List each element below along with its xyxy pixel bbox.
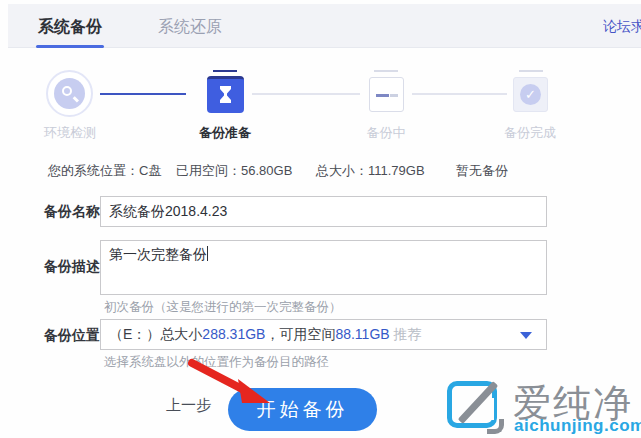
backup-complete-step-icon: ✓ — [513, 77, 548, 112]
location-recommended-tag: 推荐 — [390, 326, 422, 342]
forum-help-link[interactable]: 论坛求助 — [603, 18, 641, 36]
backup-prepare-step-icon — [207, 76, 244, 113]
step-connector-todo — [252, 93, 360, 95]
backup-desc-textarea[interactable]: 第一次完整备份 — [100, 240, 547, 295]
used-space-text: 已用空间：56.80GB — [176, 162, 292, 180]
step4-top-dash — [519, 70, 543, 72]
start-backup-button[interactable]: 开始备份 — [228, 388, 377, 431]
dropdown-arrow-icon[interactable] — [520, 332, 532, 339]
backup-desc-value: 第一次完整备份 — [109, 246, 207, 262]
backup-location-select[interactable]: （E：）总大小288.31GB，可用空间88.11GB 推荐 — [100, 319, 547, 350]
progress-bar-icon — [376, 94, 389, 97]
tab-system-backup[interactable]: 系统备份 — [38, 17, 102, 38]
location-free-space: 88.11GB — [335, 326, 389, 342]
step-connector-todo — [412, 93, 507, 95]
magnifier-circle-icon — [54, 78, 85, 109]
step2-top-dash — [213, 70, 237, 72]
location-middle-text: ，可用空间 — [265, 326, 335, 342]
step-label-environment-check: 环境检测 — [25, 124, 115, 142]
backup-name-input[interactable] — [100, 196, 547, 227]
watermark-site-url: aichunjing.com — [514, 416, 641, 436]
environment-check-step-icon — [46, 70, 93, 117]
hourglass-icon — [207, 79, 244, 113]
text-cursor — [207, 246, 208, 261]
backup-location-hint: 选择系统盘以外的位置作为备份目的路径 — [104, 354, 329, 371]
step-label-backup-prepare: 备份准备 — [180, 124, 270, 142]
backup-desc-hint: 初次备份（这是您进行的第一次完整备份） — [104, 299, 342, 316]
location-total-size: 288.31GB — [202, 326, 265, 342]
step-connector-done — [100, 93, 186, 95]
step-label-backup-complete: 备份完成 — [485, 124, 575, 142]
aichunjing-logo-icon — [447, 379, 501, 431]
backing-up-step-icon — [369, 77, 404, 112]
check-circle-icon: ✓ — [520, 84, 541, 105]
system-location-text: 您的系统位置：C盘 — [48, 162, 161, 180]
tab-bar: 系统备份 系统还原 论坛求助 — [8, 4, 641, 48]
location-drive-text: （E：）总大小 — [109, 326, 202, 342]
step-label-backing-up: 备份中 — [341, 124, 431, 142]
previous-step-button[interactable]: 上一步 — [166, 396, 211, 415]
backup-status-text: 暂无备份 — [456, 162, 508, 180]
tab-system-restore[interactable]: 系统还原 — [158, 17, 222, 38]
total-size-text: 总大小：111.79GB — [316, 162, 425, 180]
step3-top-dash — [374, 70, 398, 72]
active-tab-underline — [36, 45, 104, 48]
system-backup-window: 系统备份 系统还原 论坛求助 环境检测 备份准备 备份 — [0, 0, 641, 438]
